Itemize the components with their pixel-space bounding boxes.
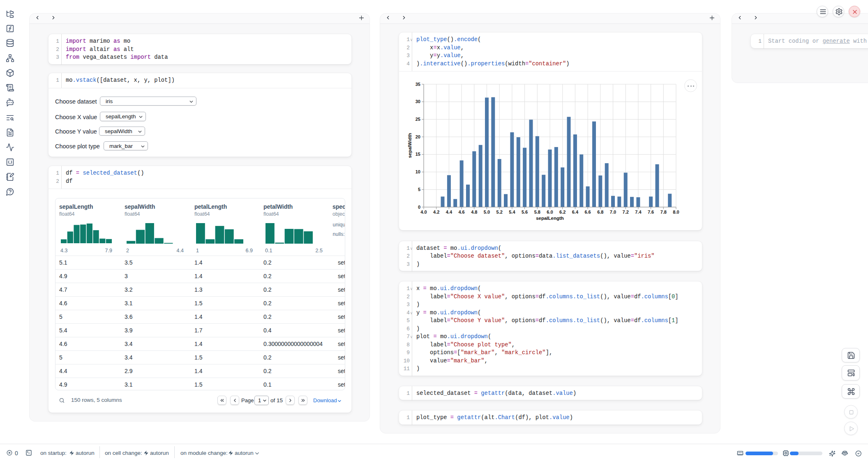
svg-text:5.2: 5.2 (496, 210, 503, 214)
svg-text:4.8: 4.8 (471, 210, 477, 214)
svg-text:15: 15 (416, 152, 420, 157)
svg-text:4.4: 4.4 (446, 210, 452, 214)
svg-text:7.2: 7.2 (623, 210, 629, 214)
svg-text:30: 30 (416, 99, 420, 104)
svg-text:7.0: 7.0 (610, 210, 616, 214)
svg-text:7.6: 7.6 (648, 210, 654, 214)
svg-text:25: 25 (416, 117, 420, 122)
svg-text:sepalLength: sepalLength (536, 216, 564, 221)
svg-text:10: 10 (416, 169, 420, 174)
svg-text:5.8: 5.8 (534, 210, 540, 214)
svg-text:sepalWidth: sepalWidth (407, 133, 412, 158)
svg-text:5.0: 5.0 (484, 210, 490, 214)
svg-text:5: 5 (418, 187, 420, 192)
svg-text:6.0: 6.0 (547, 210, 553, 214)
svg-text:0: 0 (418, 205, 420, 210)
svg-text:20: 20 (416, 134, 420, 139)
svg-text:6.2: 6.2 (559, 210, 566, 214)
svg-text:7.8: 7.8 (660, 210, 667, 214)
svg-text:4.0: 4.0 (420, 210, 427, 214)
svg-text:6.6: 6.6 (584, 210, 591, 214)
svg-text:4.6: 4.6 (458, 210, 464, 214)
svg-text:5.6: 5.6 (522, 210, 528, 214)
svg-text:8.0: 8.0 (673, 210, 679, 214)
svg-text:4.2: 4.2 (433, 210, 439, 214)
svg-text:6.4: 6.4 (572, 210, 579, 214)
svg-text:6.8: 6.8 (597, 210, 603, 214)
svg-text:5.4: 5.4 (509, 210, 515, 214)
svg-text:7.4: 7.4 (635, 210, 642, 214)
svg-text:35: 35 (416, 82, 420, 87)
